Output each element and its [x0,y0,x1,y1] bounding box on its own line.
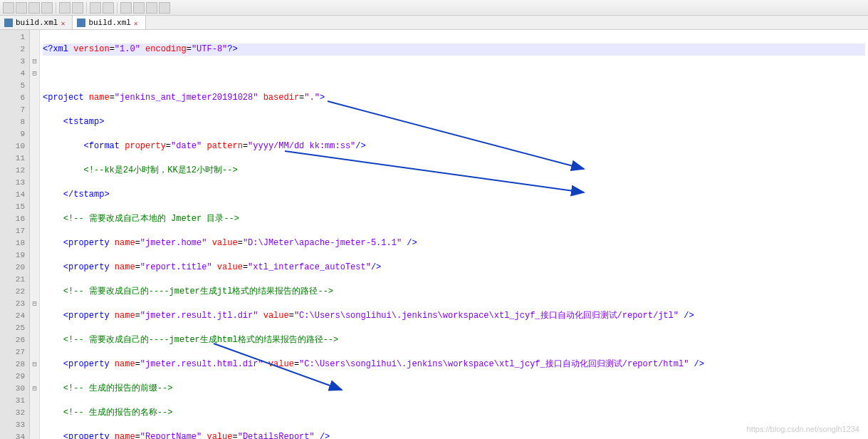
tab-build-xml-1[interactable]: build.xml ✕ [0,16,73,29]
toolbar-button[interactable] [28,2,40,14]
toolbar-button[interactable] [133,2,145,14]
toolbar-button[interactable] [3,2,14,14]
file-icon [4,19,13,27]
code-content[interactable]: <?xml version="1.0" encoding="UTF-8"?> <… [40,30,868,439]
editor-area[interactable]: 1234567891011121314151617181920212223242… [0,30,868,439]
toolbar-button[interactable] [120,2,132,14]
toolbar-button[interactable] [90,2,101,14]
tab-bar: build.xml ✕ build.xml ✕ [0,16,868,30]
toolbar-button[interactable] [159,2,170,14]
close-icon[interactable]: ✕ [61,19,68,26]
tab-build-xml-2[interactable]: build.xml ✕ [73,16,145,29]
file-icon [77,19,85,27]
toolbar-button[interactable] [146,2,157,14]
toolbar-button[interactable] [59,2,70,14]
toolbar-button[interactable] [103,2,114,14]
toolbar [0,0,868,16]
tab-label: build.xml [16,19,58,27]
line-number-gutter: 1234567891011121314151617181920212223242… [0,30,30,439]
fold-gutter[interactable]: ⊟⊟⊟⊟⊟ [30,30,40,439]
toolbar-button[interactable] [16,2,27,14]
toolbar-button[interactable] [41,2,53,14]
close-icon[interactable]: ✕ [134,19,141,26]
watermark: https://blog.csdn.net/songlh1234 [747,425,859,433]
tab-label: build.xml [88,19,130,27]
toolbar-button[interactable] [72,2,83,14]
